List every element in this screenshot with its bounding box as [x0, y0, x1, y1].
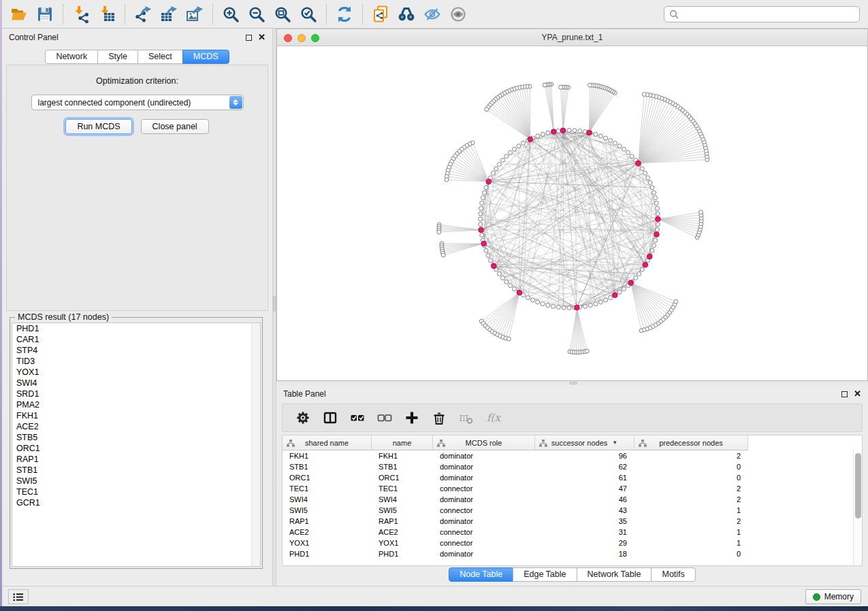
mcds-result-item[interactable]: ACE2 [12, 421, 260, 432]
mcds-list-scrollbar[interactable] [251, 323, 260, 566]
column-header-name[interactable]: name [372, 435, 433, 450]
tab-node-table[interactable]: Node Table [449, 567, 513, 582]
table-row[interactable]: SWI5SWI5connector431 [283, 505, 862, 516]
float-table-panel-icon[interactable] [841, 391, 848, 397]
add-column-icon[interactable] [400, 406, 424, 429]
column-header-successor-nodes[interactable]: successor nodes▼ [535, 435, 634, 450]
vertical-splitter-handle[interactable] [273, 296, 276, 312]
mcds-result-item[interactable]: SWI5 [12, 476, 260, 486]
table-cell: ORC1 [372, 472, 433, 483]
table-row[interactable]: STB1STB1dominator620 [283, 461, 862, 472]
zoom-out-icon[interactable] [244, 2, 270, 27]
search-input[interactable] [679, 8, 859, 20]
tab-select[interactable]: Select [138, 50, 183, 64]
column-header-MCDS-role[interactable]: MCDS role [433, 435, 535, 450]
window-zoom-traffic-light[interactable] [311, 34, 319, 42]
table-cell: RAP1 [283, 516, 372, 527]
tab-style[interactable]: Style [97, 50, 138, 64]
toolbar-separator [125, 4, 125, 24]
import-network-icon[interactable] [68, 2, 94, 27]
mcds-result-item[interactable]: STP4 [12, 345, 260, 356]
table-row[interactable]: SWI4SWI4dominator462 [283, 494, 862, 505]
memory-button[interactable]: Memory [805, 589, 861, 604]
task-history-button[interactable] [8, 589, 29, 604]
column-browser-icon[interactable] [318, 406, 342, 429]
refresh-view-icon[interactable] [332, 2, 357, 27]
mcds-result-item[interactable]: RAP1 [12, 454, 260, 465]
mcds-result-item[interactable]: CAR1 [12, 334, 260, 345]
mcds-result-item[interactable]: TID3 [12, 356, 260, 367]
run-mcds-button[interactable]: Run MCDS [65, 119, 131, 134]
show-graphics-details-icon[interactable] [445, 2, 471, 27]
deselect-all-icon[interactable] [372, 406, 397, 429]
export-network-icon[interactable] [130, 2, 156, 27]
column-header-shared-name[interactable]: shared name [283, 435, 372, 450]
mcds-result-item[interactable]: PMA2 [12, 399, 260, 410]
window-close-traffic-light[interactable] [284, 34, 292, 42]
main-toolbar [2, 0, 868, 29]
table-row[interactable]: ACE2ACE2connector311 [283, 527, 862, 538]
close-table-panel-icon[interactable]: ✕ [854, 391, 861, 397]
tab-network[interactable]: Network [45, 50, 98, 64]
table-cell: YOX1 [372, 538, 433, 548]
column-type-icon [639, 440, 647, 447]
table-row[interactable]: TEC1TEC1connector472 [283, 483, 862, 494]
table-cell: dominator [433, 450, 535, 461]
network-graph[interactable] [277, 46, 867, 380]
zoom-in-icon[interactable] [218, 2, 244, 27]
network-canvas[interactable] [276, 46, 868, 381]
table-panel-title: Table Panel [283, 389, 326, 399]
float-panel-icon[interactable] [246, 35, 252, 41]
delete-column-icon[interactable] [427, 406, 451, 429]
clone-network-icon[interactable] [368, 2, 393, 27]
control-panel-titlebar: Control Panel ✕ [2, 29, 272, 46]
mcds-result-item[interactable]: STB5 [12, 432, 260, 443]
open-file-icon[interactable] [6, 2, 32, 27]
mcds-result-item[interactable]: ORC1 [12, 443, 260, 454]
search-network-icon[interactable] [393, 2, 419, 27]
zoom-fit-icon[interactable] [270, 2, 295, 27]
tab-motifs[interactable]: Motifs [651, 567, 695, 582]
table-scrollbar[interactable] [853, 450, 862, 565]
zoom-selected-icon[interactable] [295, 2, 321, 27]
save-session-icon[interactable] [32, 2, 58, 27]
mcds-result-item[interactable]: TEC1 [12, 486, 260, 497]
horizontal-splitter-handle[interactable] [569, 382, 577, 384]
export-image-icon[interactable] [182, 2, 208, 27]
table-cell: STB1 [283, 461, 372, 472]
column-header-predecessor-nodes[interactable]: predecessor nodes [634, 435, 748, 450]
network-search-box[interactable] [664, 6, 860, 22]
table-row[interactable]: RAP1RAP1dominator352 [283, 516, 862, 527]
table-cell: dominator [433, 494, 535, 505]
window-minimize-traffic-light[interactable] [298, 34, 306, 42]
function-builder-icon: f(x) [481, 406, 506, 429]
close-panel-button[interactable]: Close panel [141, 119, 209, 134]
table-row[interactable]: YOX1YOX1connector291 [283, 538, 862, 548]
mcds-result-item[interactable]: PHD1 [12, 323, 260, 334]
tab-network-table[interactable]: Network Table [577, 567, 652, 582]
table-cell: 1 [634, 527, 748, 538]
optimization-criterion-select[interactable]: largest connected component (undirected) [31, 95, 244, 110]
mcds-result-item[interactable]: FKH1 [12, 410, 260, 421]
mcds-result-item[interactable]: SWI4 [12, 378, 260, 389]
settings-icon[interactable] [291, 406, 315, 429]
table-cell: YOX1 [283, 538, 372, 548]
mcds-result-item[interactable]: YOX1 [12, 367, 260, 378]
table-scrollbar-thumb[interactable] [855, 453, 861, 518]
mcds-result-item[interactable]: GCR1 [12, 497, 260, 508]
mcds-result-item[interactable]: STB1 [12, 465, 260, 476]
export-table-icon[interactable] [156, 2, 182, 27]
table-row[interactable]: ORC1ORC1dominator610 [283, 472, 862, 483]
close-panel-icon[interactable]: ✕ [258, 34, 266, 41]
column-label: MCDS role [466, 439, 502, 447]
tab-edge-table[interactable]: Edge Table [513, 567, 577, 582]
table-row[interactable]: FKH1FKH1dominator962 [283, 450, 862, 461]
table-cell: SWI5 [283, 505, 372, 516]
hide-graphics-details-icon[interactable] [419, 2, 445, 27]
import-table-icon[interactable] [94, 2, 120, 27]
select-all-icon[interactable] [345, 406, 370, 429]
mcds-result-list[interactable]: PHD1CAR1STP4TID3YOX1SWI4SRD1PMA2FKH1ACE2… [12, 323, 261, 567]
mcds-result-item[interactable]: SRD1 [12, 389, 260, 399]
tab-mcds[interactable]: MCDS [182, 50, 229, 64]
table-row[interactable]: PHD1PHD1dominator180 [283, 548, 862, 559]
